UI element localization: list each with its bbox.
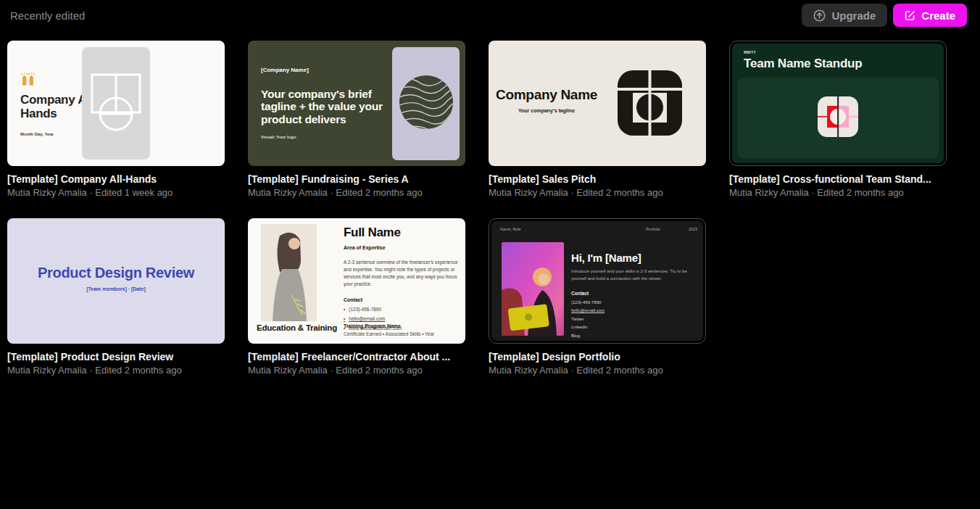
standup-app-icon bbox=[818, 96, 858, 140]
overview-text: A 2-3 sentence overview of the freelance… bbox=[344, 259, 458, 288]
link-linkedin: LinkedIn bbox=[571, 325, 696, 329]
section-title: Recently edited bbox=[10, 9, 85, 22]
slide-header-name-role: Name, Role bbox=[500, 227, 521, 231]
card-thumbnail[interactable]: Company All-Hands Month Day, Year bbox=[7, 41, 225, 166]
card-title: [Template] Product Design Review bbox=[7, 351, 225, 363]
slide-title: Team Name Standup bbox=[744, 57, 863, 71]
card-title: [Template] Fundraising - Series A bbox=[248, 173, 465, 185]
template-card-design-portfolio[interactable]: Name, Role Portfolio 2023 bbox=[489, 218, 706, 376]
training-block: Training Program Name Certificate Earned… bbox=[344, 323, 458, 336]
slide-image-placeholder bbox=[82, 47, 150, 160]
card-title: [Template] Cross-functional Team Stand..… bbox=[729, 173, 947, 185]
slide-header-year: 2023 bbox=[689, 227, 697, 231]
geometric-logo-icon bbox=[618, 70, 682, 138]
mouse-logo-icon bbox=[90, 73, 142, 135]
slide-text-block: [Company Name] Your company's brief tagl… bbox=[261, 67, 383, 139]
raised-hands-emoji-icon bbox=[20, 76, 36, 88]
card-meta: Mutia Rizky Amalia · Edited 2 months ago bbox=[248, 365, 465, 376]
card-thumbnail[interactable]: Name, Role Portfolio 2023 bbox=[491, 221, 703, 341]
contact-label: Contact bbox=[571, 291, 696, 296]
slide-title: Hi, I'm [Name] bbox=[571, 252, 696, 264]
card-thumbnail[interactable]: Education & Training Full Name Area of E… bbox=[248, 218, 465, 344]
template-card-team-standup[interactable]: MM/YY Team Name Standup bbox=[729, 41, 947, 198]
card-thumbnail[interactable]: MM/YY Team Name Standup bbox=[732, 44, 944, 163]
education-heading: Education & Training bbox=[257, 323, 337, 332]
card-meta: Mutia Rizky Amalia · Edited 2 months ago bbox=[7, 365, 225, 376]
contact-phone: (123)-456-7890 bbox=[571, 300, 696, 305]
template-card-fundraising[interactable]: [Company Name] Your company's brief tagl… bbox=[248, 41, 465, 198]
card-meta: Mutia Rizky Amalia · Edited 2 months ago bbox=[729, 187, 947, 198]
full-name-heading: Full Name bbox=[344, 225, 458, 240]
card-title: [Template] Freelancer/Contractor About .… bbox=[248, 351, 465, 363]
slide-text-block: Hi, I'm [Name] Introduce yourself and yo… bbox=[571, 252, 696, 338]
slide-company-name: [Company Name] bbox=[261, 67, 383, 73]
slide-title: Product Design Review bbox=[38, 265, 194, 281]
create-button-label: Create bbox=[921, 9, 955, 22]
contact-label: Contact bbox=[344, 297, 458, 302]
slide-title: Company Name bbox=[491, 87, 602, 103]
slide-image-placeholder bbox=[392, 47, 460, 160]
slide-tagline: Your company's tagline bbox=[491, 108, 602, 113]
portfolio-photo bbox=[502, 242, 564, 336]
recently-edited-grid: Company All-Hands Month Day, Year [Templ… bbox=[0, 41, 980, 376]
training-program-detail: Certificate Earned • Associated Skills •… bbox=[344, 331, 458, 336]
freelancer-photo bbox=[261, 224, 317, 321]
expertise-label: Area of Expertise bbox=[344, 245, 458, 250]
wave-circle-logo-icon bbox=[398, 74, 454, 133]
slide-text-block: Company Name Your company's tagline bbox=[491, 87, 602, 113]
card-meta: Mutia Rizky Amalia · Edited 2 months ago bbox=[248, 187, 465, 198]
card-meta: Mutia Rizky Amalia · Edited 1 week ago bbox=[7, 187, 225, 198]
slide-header-portfolio: Portfolio bbox=[646, 227, 660, 231]
card-thumbnail[interactable]: Company Name Your company's tagline bbox=[489, 41, 706, 166]
card-meta: Mutia Rizky Amalia · Edited 2 months ago bbox=[489, 365, 706, 376]
slide-title: Your company's brief tagline + the value… bbox=[261, 88, 383, 125]
card-title: [Template] Company All-Hands bbox=[7, 173, 225, 185]
page-header: Recently edited Upgrade Create bbox=[0, 0, 980, 30]
upgrade-arrow-icon bbox=[813, 9, 826, 22]
create-button[interactable]: Create bbox=[893, 4, 967, 27]
contact-email: hello@email.com bbox=[344, 316, 458, 321]
card-meta: Mutia Rizky Amalia · Edited 2 months ago bbox=[489, 187, 706, 198]
slide-visual-note: Visual: Your logo bbox=[261, 135, 383, 139]
template-card-product-design-review[interactable]: Product Design Review [Team members] · [… bbox=[7, 218, 225, 376]
card-outline[interactable]: MM/YY Team Name Standup bbox=[729, 41, 947, 166]
create-pencil-icon bbox=[905, 10, 915, 21]
slide-subtitle: [Team members] · [Date] bbox=[86, 286, 146, 291]
template-card-freelancer-about[interactable]: Education & Training Full Name Area of E… bbox=[248, 218, 465, 376]
slide-image-panel bbox=[737, 78, 939, 158]
card-thumbnail[interactable]: Product Design Review [Team members] · [… bbox=[7, 218, 225, 344]
card-title: [Template] Sales Pitch bbox=[489, 173, 706, 185]
slide-date: MM/YY bbox=[744, 51, 756, 54]
upgrade-button-label: Upgrade bbox=[831, 9, 876, 22]
upgrade-button[interactable]: Upgrade bbox=[802, 4, 887, 27]
card-outline[interactable]: Name, Role Portfolio 2023 bbox=[489, 218, 706, 344]
card-title: [Template] Design Portfolio bbox=[489, 351, 706, 363]
card-thumbnail[interactable]: [Company Name] Your company's brief tagl… bbox=[248, 41, 465, 166]
intro-text: Introduce yourself and your skills in 2-… bbox=[571, 268, 696, 282]
link-blog: Blog bbox=[571, 334, 696, 338]
template-card-company-all-hands[interactable]: Company All-Hands Month Day, Year [Templ… bbox=[7, 41, 225, 198]
template-card-sales-pitch[interactable]: Company Name Your company's tagline [Tem… bbox=[489, 41, 706, 198]
link-twitter: Twitter bbox=[571, 317, 696, 321]
contact-phone: (123)-456-7890 bbox=[344, 307, 458, 312]
training-program-name: Training Program Name bbox=[344, 323, 458, 328]
contact-email: hello@email.com bbox=[571, 308, 696, 313]
slide-text-block: Full Name Area of Expertise A 2-3 senten… bbox=[344, 225, 458, 331]
